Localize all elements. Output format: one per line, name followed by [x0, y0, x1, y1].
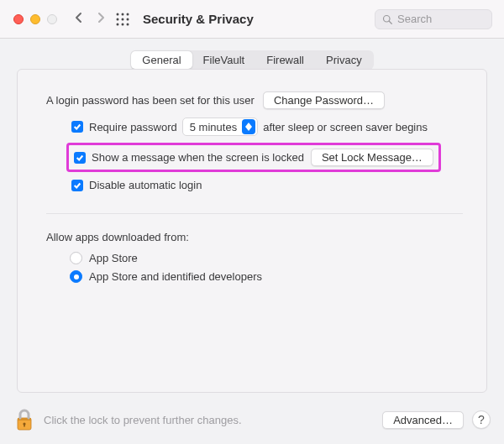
show-message-checkbox[interactable] — [74, 152, 86, 164]
show-message-label: Show a message when the screen is locked — [92, 151, 304, 164]
allow-apps-option-label: App Store and identified developers — [89, 270, 262, 283]
radio-icon — [70, 270, 82, 283]
forward-button[interactable] — [94, 11, 108, 28]
require-password-checkbox[interactable] — [71, 121, 83, 133]
tab-filevault[interactable]: FileVault — [192, 51, 256, 69]
back-button[interactable] — [72, 11, 86, 28]
check-icon — [73, 123, 81, 131]
svg-line-10 — [389, 21, 391, 24]
lock-icon[interactable] — [13, 407, 35, 432]
show-message-row: Show a message when the screen is locked… — [66, 143, 441, 172]
allow-apps-label: Allow apps downloaded from: — [46, 231, 463, 243]
change-password-button[interactable]: Change Password… — [263, 91, 385, 109]
preferences-content: General FileVault Firewall Privacy A log… — [0, 39, 504, 444]
svg-point-1 — [122, 13, 124, 15]
lock-hint-text: Click the lock to prevent further change… — [44, 414, 374, 426]
require-password-label: Require password — [89, 121, 177, 133]
tab-firewall[interactable]: Firewall — [255, 51, 315, 69]
allow-apps-option-appstore[interactable]: App Store — [70, 252, 463, 264]
require-password-delay-select[interactable]: 5 minutes — [182, 118, 258, 136]
advanced-button[interactable]: Advanced… — [382, 411, 464, 429]
help-button[interactable]: ? — [472, 410, 491, 429]
show-all-icon[interactable] — [116, 13, 129, 26]
footer: Click the lock to prevent further change… — [0, 399, 504, 444]
window-toolbar: Security & Privacy Search — [0, 0, 504, 39]
svg-point-7 — [122, 23, 124, 25]
tab-general[interactable]: General — [131, 51, 192, 69]
disable-auto-login-label: Disable automatic login — [89, 179, 202, 191]
search-icon — [382, 14, 392, 24]
svg-point-2 — [127, 13, 129, 15]
tab-privacy[interactable]: Privacy — [315, 51, 373, 69]
tab-bar: General FileVault Firewall Privacy — [17, 50, 487, 70]
allow-apps-option-label: App Store — [89, 252, 138, 264]
search-input[interactable]: Search — [375, 9, 492, 29]
general-panel: A login password has been set for this u… — [17, 69, 487, 393]
require-password-row: Require password 5 minutes after sleep o… — [71, 118, 463, 136]
minimize-window-button[interactable] — [30, 14, 40, 24]
window-controls — [13, 14, 57, 24]
search-placeholder: Search — [397, 13, 432, 25]
svg-point-3 — [117, 18, 119, 20]
section-divider — [46, 213, 463, 214]
disable-auto-login-checkbox[interactable] — [71, 180, 83, 191]
svg-point-8 — [127, 23, 129, 25]
check-icon — [73, 181, 81, 190]
set-lock-message-button[interactable]: Set Lock Message… — [311, 149, 433, 166]
svg-rect-16 — [24, 424, 25, 427]
svg-point-5 — [127, 18, 129, 20]
check-icon — [76, 154, 84, 162]
require-password-suffix: after sleep or screen saver begins — [263, 121, 428, 133]
login-password-text: A login password has been set for this u… — [46, 94, 255, 107]
window-title: Security & Privacy — [143, 12, 254, 26]
stepper-icon — [242, 119, 255, 134]
svg-point-4 — [122, 18, 124, 20]
allow-apps-option-identified[interactable]: App Store and identified developers — [70, 270, 463, 283]
radio-icon — [70, 252, 82, 264]
zoom-window-button[interactable] — [47, 14, 57, 24]
svg-point-6 — [117, 23, 119, 25]
nav-arrows — [72, 11, 108, 28]
svg-marker-12 — [245, 127, 252, 131]
require-password-delay-value: 5 minutes — [190, 121, 237, 133]
disable-auto-login-row: Disable automatic login — [71, 179, 463, 191]
login-password-row: A login password has been set for this u… — [46, 91, 463, 109]
svg-point-0 — [117, 13, 119, 15]
close-window-button[interactable] — [13, 14, 24, 24]
